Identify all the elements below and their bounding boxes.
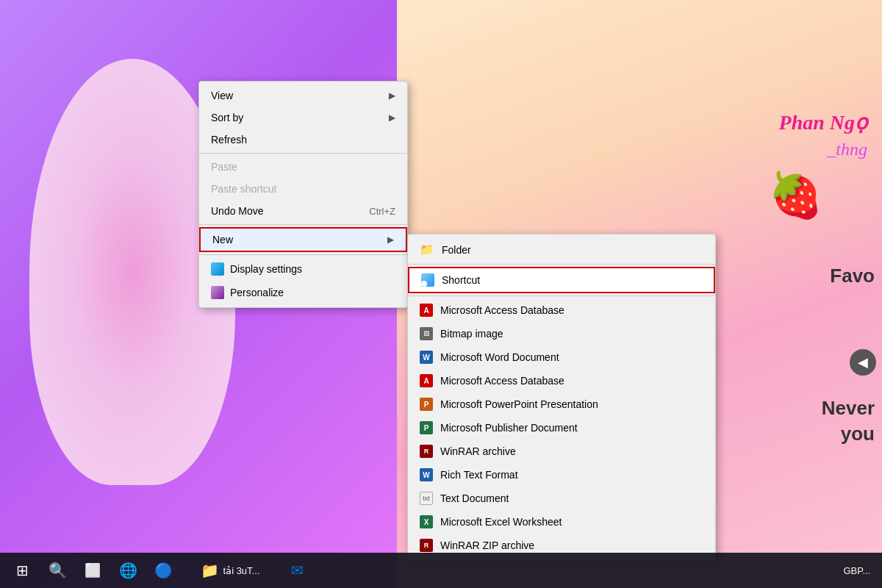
submenu-word[interactable]: W Microsoft Word Document xyxy=(408,345,715,369)
task-view-icon: ⬜ xyxy=(85,562,101,578)
wallpaper-text-2: _thng xyxy=(827,140,867,159)
powerpoint-icon: P xyxy=(420,398,433,411)
refresh-label: Refresh xyxy=(211,134,247,146)
start-icon: ⊞ xyxy=(16,562,29,579)
outlook-icon: ✉ xyxy=(291,562,304,579)
context-menu-display-settings[interactable]: Display settings xyxy=(199,257,407,281)
bitmap-icon: 🖼 xyxy=(420,327,433,340)
personalize-icon xyxy=(211,286,224,299)
separator-2 xyxy=(199,224,407,225)
sub-separator-1 xyxy=(408,264,715,265)
winrar-icon: R xyxy=(420,445,433,458)
word-label: Microsoft Word Document xyxy=(440,351,559,363)
publisher-label: Microsoft Publisher Document xyxy=(440,422,578,434)
submenu-shortcut[interactable]: Shortcut xyxy=(408,267,715,293)
new-label: New xyxy=(212,234,233,245)
sub-separator-2 xyxy=(408,295,715,296)
submenu-txt[interactable]: txt Text Document xyxy=(408,487,715,510)
view-label: View xyxy=(211,90,233,101)
txt-icon: txt xyxy=(420,492,433,505)
excel-icon: X xyxy=(420,515,433,528)
access-icon-2: A xyxy=(420,374,433,387)
word-icon: W xyxy=(420,351,433,364)
wallpaper-text-1: Phan Ngọ xyxy=(779,110,867,135)
refresh-label-group: Refresh xyxy=(211,134,247,146)
undo-shortcut: Ctrl+Z xyxy=(369,206,395,217)
folder-label: tải 3uT... xyxy=(223,565,260,576)
context-menu-sortby[interactable]: Sort by ▶ xyxy=(199,107,407,129)
access-label-2: Microsoft Access Database xyxy=(440,375,564,387)
rtf-label: Rich Text Format xyxy=(440,469,518,481)
edge-icon: 🌐 xyxy=(119,562,137,579)
you-text: you xyxy=(841,423,875,445)
never-text: Never xyxy=(822,397,875,420)
submenu-rtf[interactable]: W Rich Text Format xyxy=(408,463,715,487)
personalize-label: Personalize xyxy=(230,287,284,298)
winrar-zip-icon: R xyxy=(420,539,433,552)
folder-icon: 📁 xyxy=(420,243,434,257)
context-menu-new[interactable]: New ▶ xyxy=(199,227,407,252)
favo-text: Favo xyxy=(830,265,875,287)
chrome-icon: 🔵 xyxy=(154,562,173,579)
submenu-access-1[interactable]: A Microsoft Access Database xyxy=(408,298,715,322)
excel-label: Microsoft Excel Worksheet xyxy=(440,516,562,528)
separator-3 xyxy=(199,254,407,255)
arrow-button[interactable]: ◀ xyxy=(850,349,876,376)
display-settings-group: Display settings xyxy=(211,262,302,276)
submenu-publisher[interactable]: P Microsoft Publisher Document xyxy=(408,416,715,440)
folder-label: Folder xyxy=(442,244,471,256)
sortby-label-group: Sort by xyxy=(211,112,243,123)
chrome-browser[interactable]: 🔵 xyxy=(147,556,179,585)
separator-1 xyxy=(199,153,407,154)
edge-browser[interactable]: 🌐 xyxy=(112,556,144,585)
access-label-1: Microsoft Access Database xyxy=(440,304,564,316)
submenu-new: 📁 Folder Shortcut A Microsoft Access Dat… xyxy=(407,234,716,561)
personalize-group: Personalize xyxy=(211,286,284,299)
taskbar-right-text: GBP... xyxy=(843,565,870,576)
sortby-label: Sort by xyxy=(211,112,243,123)
publisher-icon: P xyxy=(420,421,433,434)
context-menu-undo[interactable]: Undo Move Ctrl+Z xyxy=(199,200,407,222)
undo-label: Undo Move xyxy=(211,205,264,217)
view-arrow: ▶ xyxy=(389,90,395,101)
rtf-icon: W xyxy=(420,468,433,481)
context-menu: View ▶ Sort by ▶ Refresh Paste Paste sho… xyxy=(198,81,408,308)
sortby-arrow: ▶ xyxy=(389,112,395,123)
task-view-button[interactable]: ⬜ xyxy=(76,556,109,585)
search-icon: 🔍 xyxy=(49,562,67,579)
display-settings-label: Display settings xyxy=(230,263,302,275)
taskbar-right: GBP... xyxy=(843,565,876,576)
powerpoint-label: Microsoft PowerPoint Presentation xyxy=(440,398,598,410)
shortcut-label: Shortcut xyxy=(442,274,480,286)
txt-label: Text Document xyxy=(440,492,509,504)
bitmap-label: Bitmap image xyxy=(440,328,503,340)
file-explorer[interactable]: 📁 tải 3uT... xyxy=(182,556,278,585)
new-arrow: ▶ xyxy=(387,234,394,245)
paste-shortcut-label: Paste shortcut xyxy=(211,183,277,195)
winrar-zip-label: WinRAR ZIP archive xyxy=(440,539,534,551)
access-icon-1: A xyxy=(420,304,433,317)
submenu-winrar[interactable]: R WinRAR archive xyxy=(408,440,715,463)
search-button[interactable]: 🔍 xyxy=(41,556,74,585)
view-label-group: View xyxy=(211,90,233,101)
submenu-folder[interactable]: 📁 Folder xyxy=(408,237,715,262)
context-menu-personalize[interactable]: Personalize xyxy=(199,281,407,304)
winrar-label: WinRAR archive xyxy=(440,445,516,457)
strawberry-decoration: 🍓 xyxy=(768,169,823,221)
context-menu-paste[interactable]: Paste xyxy=(199,156,407,178)
context-menu-view[interactable]: View ▶ xyxy=(199,85,407,107)
folder-icon: 📁 xyxy=(201,562,219,579)
outlook[interactable]: ✉ xyxy=(281,556,313,585)
submenu-excel[interactable]: X Microsoft Excel Worksheet xyxy=(408,510,715,534)
desktop: Phan Ngọ _thng 🍓 Favo ◀ Never you View ▶… xyxy=(0,0,882,588)
context-menu-paste-shortcut[interactable]: Paste shortcut xyxy=(199,178,407,200)
taskbar: ⊞ 🔍 ⬜ 🌐 🔵 📁 tải 3uT... ✉ GBP... xyxy=(0,553,882,588)
shortcut-icon xyxy=(421,273,434,287)
display-settings-icon xyxy=(211,262,224,276)
paste-label: Paste xyxy=(211,161,237,173)
submenu-access-2[interactable]: A Microsoft Access Database xyxy=(408,369,715,392)
context-menu-refresh[interactable]: Refresh xyxy=(199,129,407,151)
submenu-powerpoint[interactable]: P Microsoft PowerPoint Presentation xyxy=(408,392,715,416)
start-button[interactable]: ⊞ xyxy=(6,556,38,585)
submenu-bitmap[interactable]: 🖼 Bitmap image xyxy=(408,322,715,345)
